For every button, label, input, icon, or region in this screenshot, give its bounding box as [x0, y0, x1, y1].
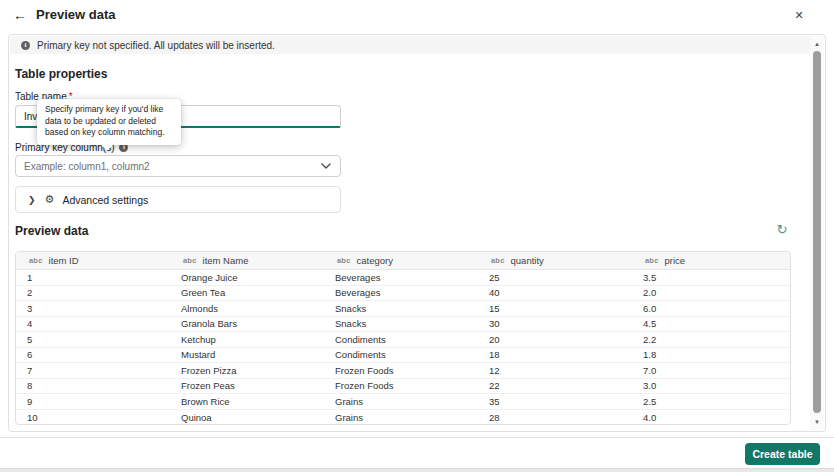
table-cell: 6.0 — [632, 301, 790, 316]
table-cell: Beverages — [324, 270, 478, 285]
scroll-down-arrow[interactable]: ▼ — [810, 416, 824, 428]
table-row: 9Brown RiceGrains352.5 — [16, 394, 790, 410]
table-cell: Grains — [324, 410, 478, 426]
table-cell: 15 — [478, 301, 632, 316]
table-row: 4Granola BarsSnacks304.5 — [16, 317, 790, 333]
column-header-label: item Name — [203, 255, 249, 266]
column-header-label: quantity — [511, 255, 544, 266]
table-row: 3AlmondsSnacks156.0 — [16, 301, 790, 317]
column-header: abcprice — [632, 252, 790, 269]
refresh-icon: ↻ — [777, 222, 788, 237]
table-cell: Condiments — [324, 332, 478, 347]
advanced-settings-toggle[interactable]: ❯ ⚙ Advanced settings — [15, 186, 341, 213]
info-icon: i — [21, 41, 30, 50]
table-cell: Frozen Peas — [170, 379, 324, 394]
table-cell: 8 — [16, 379, 170, 394]
scrollbar-thumb[interactable] — [813, 51, 821, 413]
advanced-settings-label: Advanced settings — [62, 194, 148, 206]
table-properties-heading: Table properties — [15, 67, 107, 81]
table-cell: 2 — [16, 286, 170, 301]
column-header: abccategory — [324, 252, 478, 269]
table-cell: Condiments — [324, 348, 478, 363]
window-bottom-edge — [0, 468, 834, 472]
column-header: abcquantity — [478, 252, 632, 269]
table-cell: Frozen Foods — [324, 363, 478, 378]
chevron-down-icon — [321, 163, 331, 169]
primary-key-tooltip: Specify primary key if you'd like data t… — [37, 99, 181, 145]
back-button[interactable]: ← — [10, 5, 30, 25]
table-cell: 3.5 — [632, 270, 790, 285]
table-cell: 2.2 — [632, 332, 790, 347]
table-cell: 28 — [478, 410, 632, 426]
table-cell: 9 — [16, 394, 170, 409]
table-cell: 18 — [478, 348, 632, 363]
banner-message: Primary key not specified. All updates w… — [37, 40, 275, 51]
table-row: 1Orange JuiceBeverages253.5 — [16, 270, 790, 286]
column-type-icon: abc — [491, 256, 505, 265]
primary-key-info-banner: i Primary key not specified. All updates… — [10, 36, 810, 54]
create-table-button[interactable]: Create table — [745, 443, 820, 465]
table-row: 8Frozen PeasFrozen Foods223.0 — [16, 379, 790, 395]
table-cell: 3.0 — [632, 379, 790, 394]
table-cell: 3 — [16, 301, 170, 316]
column-type-icon: abc — [645, 256, 659, 265]
chevron-right-icon: ❯ — [28, 195, 36, 205]
dialog-titlebar: ← Preview data ✕ — [0, 0, 834, 30]
dialog-content: i Primary key not specified. All updates… — [9, 35, 811, 431]
table-cell: 4 — [16, 317, 170, 332]
tooltip-text: Specify primary key if you'd like data t… — [45, 104, 165, 137]
table-cell: 1 — [16, 270, 170, 285]
preview-data-dialog: ← Preview data ✕ i Primary key not speci… — [0, 0, 834, 472]
column-type-icon: abc — [337, 256, 351, 265]
scroll-up-arrow[interactable]: ▲ — [810, 38, 824, 50]
table-cell: Frozen Foods — [324, 379, 478, 394]
table-cell: 6 — [16, 348, 170, 363]
vertical-scrollbar[interactable]: ▲ ▼ — [810, 36, 824, 430]
table-cell: Ketchup — [170, 332, 324, 347]
table-cell: Snacks — [324, 317, 478, 332]
table-row: 6MustardCondiments181.8 — [16, 348, 790, 364]
table-cell: Almonds — [170, 301, 324, 316]
table-cell: 20 — [478, 332, 632, 347]
dialog-body-panel: i Primary key not specified. All updates… — [8, 34, 826, 432]
table-cell: Grains — [324, 394, 478, 409]
table-cell: 1.8 — [632, 348, 790, 363]
table-cell: 12 — [478, 363, 632, 378]
table-row: 10QuinoaGrains284.0 — [16, 410, 790, 426]
table-row: 7Frozen PizzaFrozen Foods127.0 — [16, 363, 790, 379]
primary-key-combobox[interactable]: Example: column1, column2 — [15, 155, 341, 177]
table-row: 5KetchupCondiments202.2 — [16, 332, 790, 348]
table-cell: Beverages — [324, 286, 478, 301]
table-cell: 25 — [478, 270, 632, 285]
close-button[interactable]: ✕ — [789, 5, 809, 25]
table-cell: Snacks — [324, 301, 478, 316]
column-header-label: category — [357, 255, 393, 266]
table-cell: 10 — [16, 410, 170, 426]
table-row: 2Green TeaBeverages402.0 — [16, 286, 790, 302]
column-type-icon: abc — [183, 256, 197, 265]
column-header-label: item ID — [49, 255, 79, 266]
dialog-title: Preview data — [36, 7, 116, 22]
column-type-icon: abc — [29, 256, 43, 265]
column-header-label: price — [665, 255, 686, 266]
table-cell: 4.0 — [632, 410, 790, 426]
table-cell: 35 — [478, 394, 632, 409]
table-cell: 2.5 — [632, 394, 790, 409]
table-cell: 5 — [16, 332, 170, 347]
table-cell: 7.0 — [632, 363, 790, 378]
dialog-footer: Create table — [0, 437, 834, 468]
table-cell: Granola Bars — [170, 317, 324, 332]
table-cell: 40 — [478, 286, 632, 301]
table-cell: Quinoa — [170, 410, 324, 426]
table-cell: Orange Juice — [170, 270, 324, 285]
column-header: abcitem ID — [16, 252, 170, 269]
table-cell: Green Tea — [170, 286, 324, 301]
table-cell: Brown Rice — [170, 394, 324, 409]
refresh-button[interactable]: ↻ — [773, 221, 791, 239]
close-icon: ✕ — [794, 9, 803, 21]
preview-table: abcitem IDabcitem Nameabccategoryabcquan… — [15, 251, 791, 425]
table-cell: 4.5 — [632, 317, 790, 332]
preview-table-header: abcitem IDabcitem Nameabccategoryabcquan… — [16, 252, 790, 270]
table-cell: 7 — [16, 363, 170, 378]
primary-key-placeholder: Example: column1, column2 — [24, 161, 321, 172]
